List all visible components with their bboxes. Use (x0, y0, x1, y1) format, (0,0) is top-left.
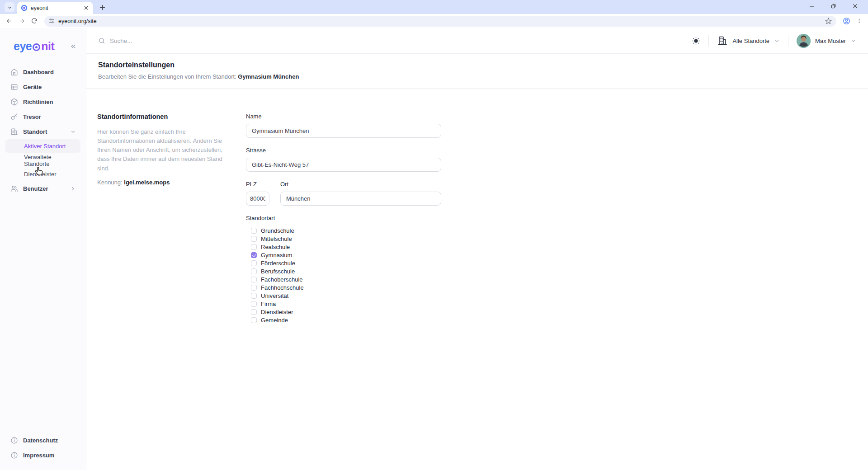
standortart-option-universitaet[interactable]: Universität (251, 293, 441, 299)
checkbox-label: Universität (261, 292, 288, 299)
user-menu[interactable]: Max Muster (797, 34, 856, 48)
checkbox[interactable] (251, 244, 257, 250)
checkbox[interactable] (251, 317, 257, 323)
standortart-option-fachoberschule[interactable]: Fachoberschule (251, 277, 441, 282)
sidebar-item-standort[interactable]: Standort (5, 124, 80, 139)
checkbox[interactable] (251, 268, 257, 274)
sidebar-collapse-icon[interactable] (70, 43, 77, 50)
logo-eye-icon (32, 42, 41, 52)
back-icon[interactable] (4, 16, 14, 27)
divider (788, 35, 788, 47)
standortart-option-foerderschule[interactable]: Förderschule (251, 260, 441, 266)
standortart-option-grundschule[interactable]: Grundschule (251, 228, 441, 234)
standort-scope-selector[interactable]: Alle Standorte (717, 35, 780, 46)
window-close-button[interactable] (849, 0, 861, 12)
global-search[interactable] (98, 37, 692, 44)
sidebar-item-dashboard[interactable]: Dashboard (5, 65, 80, 80)
sidebar-nav: Dashboard Geräte Richtlinien Tresor (0, 64, 86, 196)
search-icon (98, 37, 105, 44)
checkbox[interactable] (251, 285, 257, 291)
chevron-down-icon (850, 38, 856, 44)
chevron-down-icon (774, 38, 780, 44)
plz-field[interactable] (246, 192, 269, 206)
url-bar[interactable]: eyeonit.org/site (44, 16, 836, 27)
browser-tab[interactable]: eyeonit (17, 2, 93, 14)
name-field[interactable] (246, 124, 441, 138)
form-column: Name Strasse PLZ Ort (246, 113, 441, 323)
checkbox[interactable] (251, 260, 257, 266)
sidebar-item-impressum[interactable]: Impressum (5, 448, 80, 463)
bookmark-star-icon[interactable] (825, 18, 832, 24)
sidebar-item-tresor[interactable]: Tresor (5, 109, 80, 124)
checkbox-label: Realschule (261, 244, 290, 250)
sidebar-subitem-label: Aktiver Standort (24, 143, 66, 150)
sidebar-subitem-aktiver-standort[interactable]: Aktiver Standort (5, 139, 80, 153)
checkbox[interactable] (251, 301, 257, 307)
sidebar-subitem-label: Dienstleister (24, 171, 57, 178)
scope-label: Alle Standorte (732, 38, 769, 44)
window-restore-button[interactable] (827, 0, 839, 12)
sidebar-item-geraete[interactable]: Geräte (5, 80, 80, 94)
checkbox[interactable] (251, 277, 257, 282)
standortart-option-firma[interactable]: Firma (251, 301, 441, 307)
sidebar-item-benutzer[interactable]: Benutzer (5, 181, 80, 196)
sidebar-item-label: Richtlinien (23, 99, 76, 105)
browser-tabstrip: eyeonit (0, 0, 868, 14)
theme-toggle-sun-icon[interactable] (692, 37, 700, 45)
standortart-option-gymnasium[interactable]: Gymnasium (251, 252, 441, 258)
checkbox-label: Grundschule (261, 227, 294, 234)
sidebar-item-label: Benutzer (23, 185, 65, 192)
checkbox[interactable] (251, 236, 257, 242)
checkbox-label: Mittelschule (261, 235, 292, 242)
kennung-value: igel.meise.mops (124, 179, 170, 186)
standortart-option-realschule[interactable]: Realschule (251, 244, 441, 250)
standortart-option-mittelschule[interactable]: Mittelschule (251, 236, 441, 242)
building-icon (10, 128, 18, 136)
browser-profile-icon[interactable] (841, 16, 852, 27)
sidebar-subitem-dienstleister[interactable]: Dienstleister (5, 167, 80, 181)
plz-label: PLZ (246, 181, 269, 188)
chevron-right-icon (70, 186, 76, 192)
checkbox[interactable] (251, 228, 257, 234)
standortart-option-fachhochschule[interactable]: Fachhochschule (251, 285, 441, 291)
checkbox-label: Gymnasium (261, 252, 292, 258)
checkbox-label: Gemeinde (261, 317, 288, 324)
standortart-option-gemeinde[interactable]: Gemeinde (251, 317, 441, 323)
section-description: Hier können Sie ganz einfach Ihre Stando… (97, 127, 228, 173)
sidebar-item-datenschutz[interactable]: Datenschutz (5, 433, 80, 448)
checkbox-label: Förderschule (261, 260, 295, 267)
sidebar-item-label: Geräte (23, 84, 76, 90)
browser-menu-icon[interactable] (854, 16, 864, 27)
reload-icon[interactable] (29, 16, 40, 27)
checkbox-label: Fachoberschule (261, 276, 303, 283)
page-subtitle-standort: Gymnasium München (238, 73, 299, 80)
sidebar-subitem-verwaltete-standorte[interactable]: Verwaltete Standorte (5, 153, 80, 167)
standortart-option-berufsschule[interactable]: Berufsschule (251, 268, 441, 274)
tab-list-button[interactable] (5, 2, 14, 12)
site-info-icon[interactable] (49, 18, 55, 24)
sidebar-item-richtlinien[interactable]: Richtlinien (5, 94, 80, 109)
checkbox-label: Dienstleister (261, 309, 293, 315)
standortart-label: Standortart (246, 215, 441, 221)
user-name: Max Muster (815, 38, 846, 44)
sidebar-item-label: Dashboard (23, 69, 76, 75)
new-tab-button[interactable] (97, 2, 108, 13)
home-icon (10, 68, 18, 76)
checkbox[interactable] (251, 252, 257, 258)
page-title: Standorteinstellungen (98, 61, 856, 69)
search-input[interactable] (110, 38, 300, 44)
strasse-field[interactable] (246, 158, 441, 172)
kennung-row: Kennung: igel.meise.mops (97, 179, 228, 186)
divider (708, 35, 709, 47)
standortart-option-dienstleister[interactable]: Dienstleister (251, 309, 441, 315)
strasse-label: Strasse (246, 147, 441, 154)
tab-close-icon[interactable] (82, 5, 90, 12)
app-logo[interactable]: eye nit (14, 40, 54, 53)
checkbox[interactable] (251, 293, 257, 299)
forward-icon[interactable] (16, 16, 27, 27)
window-minimize-button[interactable] (806, 0, 817, 12)
ort-field[interactable] (280, 192, 441, 206)
chevron-down-icon (7, 5, 12, 10)
kennung-label: Kennung: (97, 179, 123, 186)
checkbox[interactable] (251, 309, 257, 315)
